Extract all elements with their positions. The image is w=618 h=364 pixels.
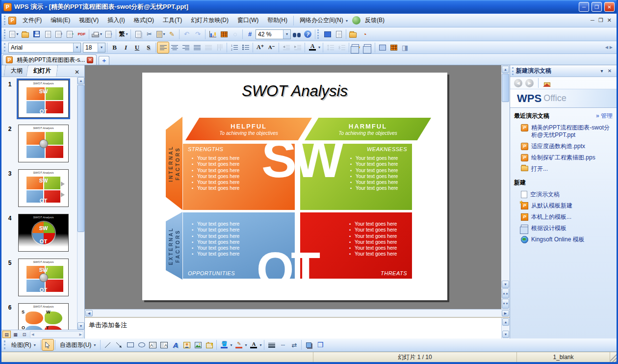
background-button[interactable]: ◨ — [399, 42, 411, 53]
shadow-style-button[interactable] — [303, 339, 314, 350]
bold-button[interactable]: B — [109, 42, 120, 53]
slide-thumbnail[interactable]: SWOT Analysis SW OT — [18, 214, 69, 252]
scroll-right-button[interactable]: ▶ — [502, 310, 509, 316]
toolbar-overflow-right[interactable]: ▶ — [610, 46, 613, 50]
open-button[interactable] — [20, 29, 31, 40]
next-slide-button[interactable]: ▼▼ — [502, 299, 509, 309]
new-slide-button[interactable]: ★ — [351, 42, 362, 53]
arrow-tool-button[interactable] — [113, 339, 125, 350]
notes-placeholder[interactable]: 单击添加备注 — [85, 318, 501, 338]
doc-settings-button[interactable]: ⚙ — [53, 29, 65, 40]
menu-item[interactable]: 文件(F) — [18, 14, 46, 26]
scroll-up-button[interactable]: ▲ — [502, 318, 509, 326]
increase-indent-button[interactable] — [292, 42, 303, 53]
numbering-button[interactable]: 12 — [229, 42, 240, 53]
line-spacing-increase-button[interactable] — [325, 42, 336, 53]
toolbar-overflow-left[interactable]: ◀ — [605, 46, 608, 50]
menu-item[interactable]: 帮助(H) — [263, 14, 292, 26]
draw-menu-button[interactable]: 绘图(R) ▾ — [8, 340, 39, 350]
underline-button[interactable]: U — [131, 42, 143, 53]
doc-minimize-button[interactable]: ─ — [591, 17, 594, 24]
oval-tool-button[interactable] — [136, 339, 147, 350]
paste-button[interactable]: ▾ — [155, 29, 166, 40]
back-button[interactable]: ◀ — [514, 79, 522, 87]
decrease-font-button[interactable]: A⁻ — [266, 42, 277, 53]
find-button[interactable] — [291, 29, 302, 40]
menu-item[interactable]: 编辑(E) — [46, 14, 75, 26]
thumbnails-scrollbar[interactable]: ▲ ▼ — [77, 77, 84, 330]
copy-button[interactable] — [132, 29, 144, 40]
normal-view-button[interactable]: ▤ — [2, 331, 11, 338]
increase-font-button[interactable]: A⁺ — [255, 42, 266, 53]
save-button[interactable] — [31, 29, 42, 40]
slide[interactable]: SWOT Analysis HELPFUL To achieving the o… — [142, 73, 447, 300]
thumbnail-view-button[interactable] — [333, 29, 344, 40]
wordart-button[interactable]: A — [170, 339, 181, 350]
autoshapes-button[interactable]: 自选图形(U) ▾ — [57, 340, 99, 350]
menu-item[interactable]: 窗口(W) — [233, 14, 263, 26]
slide-thumbnail[interactable]: SWOT Analysis — [18, 125, 69, 162]
tab-slides[interactable]: 幻灯片 — [26, 65, 58, 77]
new-tab-button[interactable]: ＋ — [99, 56, 109, 65]
slide-canvas[interactable]: SWOT Analysis HELPFUL To achieving the o… — [85, 65, 510, 309]
arrow-style-button[interactable]: ⇄ — [288, 339, 300, 350]
undo-button[interactable]: ↶ — [181, 29, 192, 40]
previous-slide-button[interactable]: ▲▲ — [502, 288, 509, 298]
select-objects-button[interactable] — [42, 339, 53, 350]
slide-thumbnail[interactable]: SWOT Analysis SW OT — [18, 80, 69, 118]
table-button[interactable] — [388, 42, 399, 53]
cut-button[interactable]: ✂ — [144, 29, 155, 40]
template-folder-button[interactable]: ★ — [348, 29, 359, 40]
align-left-button[interactable] — [157, 42, 169, 53]
slide-title[interactable]: SWOT Analysis — [142, 82, 447, 100]
notes-scrollbar[interactable]: ▲ ▼ — [501, 318, 510, 338]
new-from-default-template-item[interactable]: P 从默认模板新建 — [510, 200, 617, 211]
home-icon[interactable] — [543, 79, 551, 86]
slide-thumbnail[interactable]: SWOT Analysis S W O T — [18, 303, 69, 330]
open-file-item[interactable]: 打开... — [510, 163, 617, 175]
horizontal-scrollbar[interactable]: ◀ ▶ — [85, 309, 510, 317]
print-preview-button[interactable]: ◎ — [103, 29, 114, 40]
chinese-convert-button[interactable]: 繁▾ — [118, 29, 129, 40]
close-button[interactable]: ✕ — [604, 2, 615, 12]
decrease-indent-button[interactable] — [281, 42, 292, 53]
toolbar-grip[interactable] — [4, 340, 6, 349]
threed-style-button[interactable]: ❒ — [314, 339, 326, 350]
zoom-combobox[interactable]: 42 % ▾ — [256, 29, 291, 39]
doc-restore-button[interactable]: ❐ — [598, 17, 603, 24]
scroll-up-button[interactable]: ▲ — [502, 66, 509, 73]
task-pane-close-button[interactable]: ✕ — [606, 68, 614, 74]
pdf-export-button[interactable]: PDF — [76, 29, 87, 40]
task-pane-button[interactable] — [322, 29, 333, 40]
menu-item-net-office[interactable]: 网络办公空间(N) ▾ — [295, 14, 352, 26]
line-tool-button[interactable] — [102, 339, 113, 350]
panel-close-button[interactable]: ✕ — [72, 68, 82, 77]
doc-close-button[interactable]: ✕ — [607, 17, 612, 24]
menu-item[interactable]: 视图(V) — [75, 14, 103, 26]
line-spacing-decrease-button[interactable] — [336, 42, 347, 53]
redo-button[interactable]: ↷ — [192, 29, 204, 40]
justify-button[interactable] — [191, 42, 203, 53]
rectangle-tool-button[interactable] — [125, 339, 136, 350]
menu-item[interactable]: 幻灯片放映(D) — [186, 14, 233, 26]
bullets-button[interactable] — [240, 42, 251, 53]
slide-sorter-view-button[interactable]: ▦ — [11, 331, 20, 338]
hyperlink-button[interactable]: ◌ — [230, 29, 241, 40]
print-button[interactable]: ▾ — [91, 29, 103, 40]
search-assistant-button[interactable]: ◔ — [359, 29, 370, 40]
toolbar-grip[interactable] — [317, 29, 320, 39]
vertical-scrollbar[interactable]: ▲ ▼ ▲▲ ▼▼ — [501, 65, 510, 309]
online-templates-item[interactable]: Kingsoft Online 模板 — [510, 234, 617, 245]
local-templates-item[interactable]: P 本机上的模板... — [510, 211, 617, 223]
document-tab[interactable]: P 精美的PPT流程图图表-s... ✕ — [2, 54, 97, 65]
slide-show-button[interactable]: ⊡ — [20, 331, 28, 338]
external-factors-shape[interactable]: EXTERNAL FACTORS — [166, 212, 182, 280]
line-color-button[interactable]: ✎ ▾ — [233, 339, 248, 350]
fill-color-button[interactable]: 🪣 ▾ — [218, 339, 233, 350]
format-painter-button[interactable]: ✎ — [166, 29, 178, 40]
insert-chart-button[interactable] — [207, 29, 218, 40]
shadow-button[interactable]: S — [143, 42, 154, 53]
scroll-left-button[interactable]: ◀ — [85, 310, 93, 316]
new-document-button[interactable]: ▾ — [8, 29, 20, 40]
text-box-button[interactable]: A — [147, 339, 158, 350]
